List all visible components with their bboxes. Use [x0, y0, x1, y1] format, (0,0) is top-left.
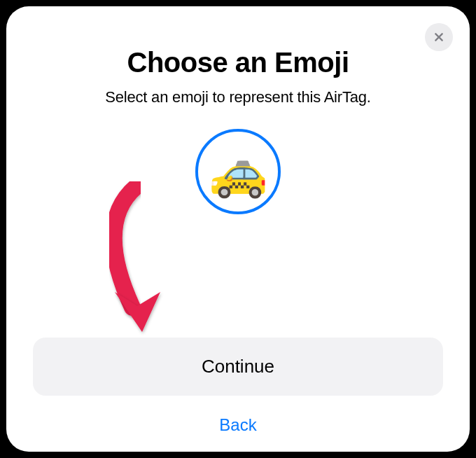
- annotation-arrow-icon: [52, 181, 220, 349]
- taxi-emoji-icon: 🚕: [209, 148, 268, 195]
- selected-emoji-button[interactable]: 🚕: [195, 129, 281, 214]
- close-button[interactable]: [425, 23, 453, 51]
- modal-title: Choose an Emoji: [127, 47, 349, 78]
- emoji-picker-modal: Choose an Emoji Select an emoji to repre…: [6, 6, 470, 452]
- back-button[interactable]: Back: [219, 408, 256, 452]
- modal-subtitle: Select an emoji to represent this AirTag…: [105, 88, 370, 106]
- close-icon: [433, 32, 444, 43]
- continue-button[interactable]: Continue: [33, 338, 443, 396]
